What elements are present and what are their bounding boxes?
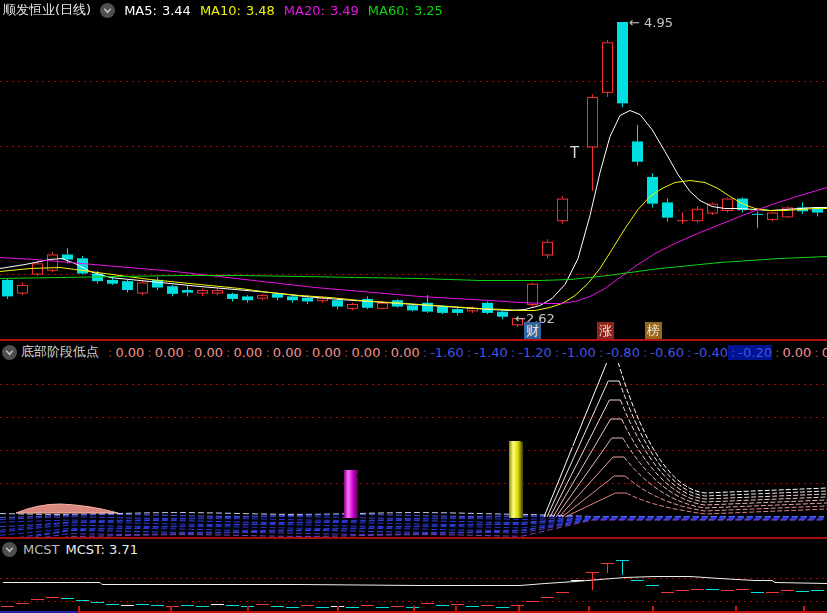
chevron-down-icon[interactable] [100,3,115,18]
main-price-chart[interactable] [0,0,827,339]
mcst-indicator-row: MCST MCST: 3.71 [0,537,827,560]
ma10-value: 3.48 [246,3,275,18]
indicator-value: :0.00 [262,345,301,360]
indicator-value: :-1.00 [552,345,596,360]
chevron-down-icon[interactable] [2,345,17,360]
indicator-value: :-1.60 [420,345,464,360]
ma5-readout: MA5: 3.44 [124,3,191,18]
indicator-name[interactable]: 底部阶段低点 [21,343,99,361]
ma10-readout: MA10: 3.48 [200,3,275,18]
bottom-stage-indicator-row: 底部阶段低点 :0.00:0.00:0.00:0.00:0.00:0.00:0.… [0,339,827,363]
watermark-badge-bang: 榜 [645,322,662,339]
indicator-value: :-0.40 [684,345,728,360]
chart-header: 顺发恒业(日线) MA5: 3.44 MA10: 3.48 MA20: 3.49… [0,0,827,20]
ma60-readout: MA60: 3.25 [368,3,443,18]
indicator-value: :-1.40 [464,345,508,360]
ma10-label: MA10: [200,3,241,18]
indicator-value: :0.00 [302,345,341,360]
ma20-value: 3.49 [330,3,359,18]
chevron-down-icon[interactable] [2,542,17,557]
indicator-value: :-1.20 [508,345,552,360]
bottom-stage-indicator-chart[interactable] [0,361,827,537]
indicator-value: :0.00 [341,345,380,360]
watermark-badge-zhang: 涨 [597,322,614,339]
ma60-value: 3.25 [414,3,443,18]
ma60-label: MA60: [368,3,409,18]
indicator-value: :-0.80 [596,345,640,360]
stock-terminal: { "header": { "title": "顺发恒业(日线)", "ma_i… [0,0,827,613]
ma5-label: MA5: [124,3,157,18]
indicator-value: :0.00 [105,345,144,360]
indicator-value: :-0.20 [728,345,772,360]
indicator-values: :0.00:0.00:0.00:0.00:0.00:0.00:0.00:0.00… [105,345,827,360]
mcst-value-readout: MCST: 3.71 [66,542,139,557]
indicator-value: :0.00 [144,345,183,360]
indicator-value: :0.00 [184,345,223,360]
indicator-value: :0.00 [223,345,262,360]
ma20-readout: MA20: 3.49 [284,3,359,18]
mcst-chart[interactable] [0,558,827,613]
watermark-badge-cai: 财 [524,322,541,339]
indicator-value: :0.00 [380,345,419,360]
indicator-value: :-0.60 [640,345,684,360]
mcst-name[interactable]: MCST [23,542,60,557]
ma5-value: 3.44 [162,3,191,18]
stock-title[interactable]: 顺发恒业(日线) [3,1,91,19]
ma20-label: MA20: [284,3,325,18]
indicator-value: :0.00 [811,345,827,360]
indicator-value: :0.00 [772,345,811,360]
